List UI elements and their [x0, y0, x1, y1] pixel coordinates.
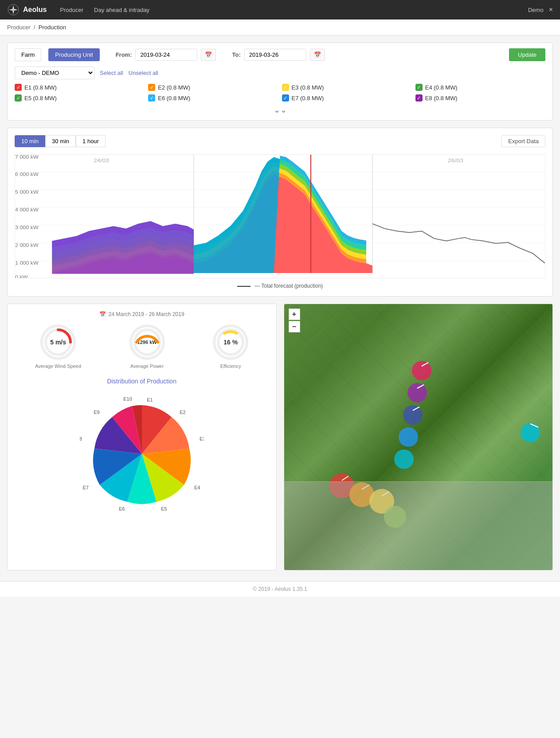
- svg-text:3 000 kW: 3 000 kW: [15, 225, 39, 230]
- efficiency-circle: 16 %: [213, 324, 248, 360]
- svg-point-55: [135, 330, 160, 355]
- expand-icon[interactable]: ⌄⌄: [15, 105, 545, 115]
- svg-text:26/03: 26/03: [448, 158, 463, 163]
- breadcrumb-parent[interactable]: Producer: [7, 24, 31, 31]
- footer-text: © 2019 - Aeolus 1.35.1: [253, 586, 307, 592]
- wind-speed-stat: 5 m/s Average Wind Speed: [35, 324, 81, 369]
- svg-text:E5: E5: [161, 506, 167, 512]
- e7-label: E7 (0.8 MW): [292, 95, 324, 102]
- nav-producer[interactable]: Producer: [60, 7, 83, 13]
- turbine-e5: E5 (0.8 MW): [15, 94, 145, 102]
- e8-checkbox[interactable]: [415, 94, 423, 102]
- main-nav: Producer Day ahead & intraday: [60, 7, 528, 13]
- svg-text:2 000 kW: 2 000 kW: [15, 243, 39, 248]
- turbine-e6: E6 (0.8 MW): [148, 94, 278, 102]
- to-date-input[interactable]: [244, 49, 306, 61]
- efficiency-stat: 16 % Efficiency: [213, 324, 248, 369]
- turbine-markers-group1: [373, 357, 444, 472]
- e1-checkbox[interactable]: [15, 84, 22, 91]
- from-label: From:: [116, 51, 132, 58]
- main-content: Farm Producing Unit From: 📅 To: 📅 Update…: [0, 35, 560, 578]
- from-date-input[interactable]: [135, 49, 197, 61]
- update-button[interactable]: Update: [509, 48, 545, 61]
- svg-text:E6: E6: [119, 506, 125, 512]
- footer: © 2019 - Aeolus 1.35.1: [0, 581, 560, 597]
- user-label: Demo: [528, 7, 544, 13]
- controls-bar: Farm Producing Unit From: 📅 To: 📅 Update…: [7, 43, 553, 121]
- controls-top: Farm Producing Unit From: 📅 To: 📅 Update: [15, 48, 545, 61]
- svg-text:E4: E4: [194, 485, 200, 490]
- map-zoom-in-button[interactable]: +: [289, 308, 300, 320]
- stats-date-range: 📅 24 March 2019 - 26 March 2019: [15, 311, 269, 317]
- svg-text:7 000 kW: 7 000 kW: [15, 155, 39, 160]
- tab-farm[interactable]: Farm: [15, 48, 41, 61]
- chart-legend: — Total forecast (production): [15, 283, 545, 289]
- svg-text:E8: E8: [80, 436, 82, 441]
- date-from-group: From: 📅: [116, 49, 216, 61]
- map-zoom-out-button[interactable]: −: [289, 321, 300, 332]
- production-chart: 7 000 kW 6 000 kW 5 000 kW 4 000 kW 3 00…: [15, 154, 545, 278]
- time-30min-button[interactable]: 30 min: [45, 135, 76, 147]
- efficiency-arc-svg: [215, 327, 246, 357]
- e4-label: E4 (0.8 MW): [425, 84, 458, 91]
- e5-checkbox[interactable]: [15, 94, 22, 102]
- select-all-link[interactable]: Select all: [100, 70, 123, 76]
- chart-legend-text: — Total forecast (production): [255, 283, 323, 289]
- svg-text:4 000 kW: 4 000 kW: [15, 207, 39, 212]
- wind-speed-circle: 5 m/s: [40, 324, 76, 360]
- turbine-marker-single: [517, 419, 544, 446]
- avg-power-arc-svg: [132, 327, 162, 357]
- header-right: Demo ×: [528, 6, 553, 14]
- time-1hour-button[interactable]: 1 hour: [76, 135, 106, 147]
- export-data-button[interactable]: Export Data: [501, 135, 545, 147]
- turbine-e4: E4 (0.8 MW): [415, 84, 545, 91]
- distribution-title: Distribution of Production: [15, 378, 269, 385]
- nav-day-ahead[interactable]: Day ahead & intraday: [94, 7, 149, 13]
- svg-point-68: [407, 383, 427, 402]
- e4-checkbox[interactable]: [415, 84, 423, 91]
- unselect-all-link[interactable]: Unselect all: [129, 70, 158, 76]
- map-overlay-bottom: [284, 481, 553, 570]
- turbine-e7: E7 (0.8 MW): [282, 94, 412, 102]
- turbine-e1: E1 (0.8 MW): [15, 84, 145, 91]
- svg-text:6 000 kW: 6 000 kW: [15, 172, 39, 177]
- map-background: [284, 304, 553, 570]
- svg-text:24/03: 24/03: [94, 158, 109, 163]
- select-links: Select all Unselect all: [100, 70, 158, 76]
- bottom-section: 📅 24 March 2019 - 26 March 2019 5 m/s Av…: [7, 304, 553, 570]
- windmill-icon: [7, 4, 20, 16]
- turbine-e3: E3 (0.8 MW): [282, 84, 412, 91]
- map-card: + −: [284, 304, 553, 570]
- stats-grid: 5 m/s Average Wind Speed 1296 kW Average…: [15, 324, 269, 369]
- demo-select[interactable]: Demo - DEMO: [15, 66, 94, 79]
- to-label: To:: [232, 51, 240, 58]
- to-calendar-icon[interactable]: 📅: [310, 49, 325, 61]
- e5-label: E5 (0.8 MW): [24, 95, 57, 102]
- svg-marker-34: [52, 221, 194, 274]
- e2-label: E2 (0.8 MW): [158, 84, 190, 91]
- svg-text:E2: E2: [180, 410, 185, 415]
- e6-checkbox[interactable]: [148, 94, 155, 102]
- svg-text:E10: E10: [123, 396, 132, 402]
- turbine-e8: E8 (0.8 MW): [415, 94, 545, 102]
- svg-point-67: [412, 361, 431, 380]
- wind-speed-label: Average Wind Speed: [35, 363, 81, 369]
- close-icon[interactable]: ×: [549, 6, 553, 14]
- svg-point-70: [399, 427, 418, 447]
- e7-checkbox[interactable]: [282, 94, 289, 102]
- avg-power-label: Average Power: [129, 363, 165, 369]
- svg-text:5 000 kW: 5 000 kW: [15, 190, 39, 195]
- logo: Aeolus: [7, 4, 47, 16]
- stats-date-text: 24 March 2019 - 26 March 2019: [109, 311, 184, 317]
- avg-power-stat: 1296 kW Average Power: [129, 324, 165, 369]
- from-calendar-icon[interactable]: 📅: [201, 49, 216, 61]
- date-to-group: To: 📅: [232, 49, 325, 61]
- time-10min-button[interactable]: 10 min: [15, 135, 45, 147]
- e3-checkbox[interactable]: [282, 84, 289, 91]
- breadcrumb: Producer / Production: [0, 20, 560, 35]
- e2-checkbox[interactable]: [148, 84, 155, 91]
- svg-text:E1: E1: [147, 397, 153, 402]
- tab-producing-unit[interactable]: Producing Unit: [48, 48, 99, 61]
- pie-chart-svg: E1 E2 E3 E4 E5 E6 E7 E8 E9 E10: [80, 392, 204, 516]
- chart-section: 10 min 30 min 1 hour Export Data 7 000 k…: [7, 128, 553, 297]
